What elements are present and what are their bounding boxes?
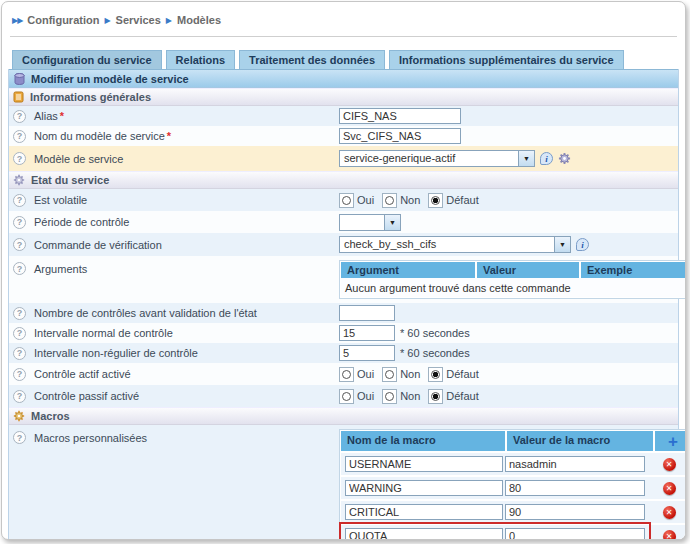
delete-macro-button[interactable]: ✕ <box>663 530 676 541</box>
help-icon[interactable]: ? <box>13 347 26 360</box>
breadcrumb-separator-icon: ▶ <box>166 16 172 25</box>
radio-non[interactable] <box>382 193 397 208</box>
retry-check-interval-input[interactable] <box>339 345 395 361</box>
info-icon[interactable]: i <box>540 152 553 165</box>
help-icon[interactable]: ? <box>13 216 26 229</box>
delete-macro-button[interactable]: ✕ <box>663 482 676 495</box>
check-command-select[interactable]: check_by_ssh_cifs ▼ <box>339 236 571 253</box>
macro-row-warning: ✕ <box>341 477 686 499</box>
radio-oui[interactable] <box>339 367 354 382</box>
macro-value-input[interactable] <box>505 480 645 496</box>
radio-defaut[interactable] <box>428 367 443 382</box>
macro-row-critical: ✕ <box>341 501 686 523</box>
arguments-table: Argument Valeur Exemple Aucun argument t… <box>339 260 686 299</box>
macro-name-input[interactable] <box>345 528 503 540</box>
radio-label-defaut: Défaut <box>446 368 478 380</box>
tab-informations-supplementaires[interactable]: Informations supplémentaires du service <box>389 50 624 69</box>
main-panel: ▶▶ Configuration ▶ Services ▶ Modèles Co… <box>1 1 686 540</box>
required-marker: * <box>60 110 64 122</box>
field-row-commande-verification: ? Commande de vérification check_by_ssh_… <box>9 233 678 256</box>
field-row-controle-passif: ? Contrôle passif activé Oui Non Défaut <box>9 385 678 407</box>
radio-label-non: Non <box>400 194 420 206</box>
field-row-periode-de-controle: ? Période de contrôle ▼ <box>9 211 678 233</box>
breadcrumb-item-configuration[interactable]: Configuration <box>27 14 99 26</box>
est-volatile-radio-group: Oui Non Défaut <box>339 193 484 208</box>
field-label: Est volatile <box>34 194 87 206</box>
gear-icon <box>13 174 25 186</box>
radio-label-oui: Oui <box>357 368 374 380</box>
radio-non[interactable] <box>382 389 397 404</box>
radio-label-defaut: Défaut <box>446 390 478 402</box>
radio-oui[interactable] <box>339 389 354 404</box>
field-label: Commande de vérification <box>34 239 162 251</box>
help-icon[interactable]: ? <box>13 307 26 320</box>
check-period-select[interactable]: ▼ <box>339 214 401 231</box>
help-icon[interactable]: ? <box>13 238 26 251</box>
controle-passif-radio-group: Oui Non Défaut <box>339 389 484 404</box>
macro-name-input[interactable] <box>345 456 503 472</box>
normal-check-interval-input[interactable] <box>339 325 395 341</box>
field-label: Nombre de contrôles avant validation de … <box>34 307 257 319</box>
section-informations-generales: Informations générales <box>9 88 678 106</box>
macro-row-username: ✕ <box>341 453 686 475</box>
info-icon[interactable]: i <box>576 238 589 251</box>
help-icon[interactable]: ? <box>13 130 26 143</box>
gear-icon[interactable] <box>558 152 571 165</box>
field-row-arguments: ? Arguments Argument Valeur Exemple Aucu… <box>9 256 678 303</box>
section-etat-du-service: Etat du service <box>9 171 678 189</box>
macro-name-input[interactable] <box>345 504 503 520</box>
field-label: Intervalle non-régulier de contrôle <box>34 347 198 359</box>
help-icon[interactable]: ? <box>13 194 26 207</box>
required-marker: * <box>167 130 171 142</box>
database-icon <box>14 73 25 85</box>
radio-non[interactable] <box>382 367 397 382</box>
radio-label-defaut: Défaut <box>446 194 478 206</box>
section-title: Macros <box>31 410 70 422</box>
max-check-attempts-input[interactable] <box>339 305 395 321</box>
delete-macro-button[interactable]: ✕ <box>663 506 676 519</box>
interval-suffix: * 60 secondes <box>400 327 470 339</box>
breadcrumb-item-services[interactable]: Services <box>116 14 161 26</box>
radio-label-non: Non <box>400 390 420 402</box>
field-label: Alias* <box>34 110 64 122</box>
section-macros: Macros <box>9 407 678 425</box>
form-title-bar: Modifier un modèle de service <box>9 69 678 88</box>
section-title: Informations générales <box>30 91 151 103</box>
field-row-intervalle-normal: ? Intervalle normal de contrôle * 60 sec… <box>9 323 678 343</box>
radio-defaut[interactable] <box>428 389 443 404</box>
macro-name-input[interactable] <box>345 480 503 496</box>
field-row-intervalle-non-regulier: ? Intervalle non-régulier de contrôle * … <box>9 343 678 363</box>
macros-col-name: Nom de la macro <box>341 431 505 451</box>
arguments-empty-message: Aucun argument trouvé dans cette command… <box>341 278 686 297</box>
service-template-name-input[interactable] <box>339 128 461 144</box>
radio-oui[interactable] <box>339 193 354 208</box>
help-icon[interactable]: ? <box>13 368 26 381</box>
breadcrumb-item-modeles[interactable]: Modèles <box>177 14 221 26</box>
delete-macro-button[interactable]: ✕ <box>663 458 676 471</box>
tab-traitement-des-donnees[interactable]: Traitement des données <box>239 50 385 69</box>
breadcrumb: ▶▶ Configuration ▶ Services ▶ Modèles <box>8 12 679 32</box>
help-icon[interactable]: ? <box>13 152 26 165</box>
divider <box>10 36 677 37</box>
macro-value-input[interactable] <box>505 456 645 472</box>
tab-configuration-du-service[interactable]: Configuration du service <box>12 50 162 69</box>
macro-value-input[interactable] <box>505 528 645 540</box>
help-icon[interactable]: ? <box>13 431 26 444</box>
alias-input[interactable] <box>339 108 461 124</box>
radio-defaut[interactable] <box>428 193 443 208</box>
chevron-down-icon[interactable]: ▼ <box>384 215 400 230</box>
chevron-down-icon[interactable]: ▼ <box>554 237 570 252</box>
help-icon[interactable]: ? <box>13 262 26 275</box>
tab-relations[interactable]: Relations <box>166 50 236 69</box>
add-macro-button[interactable]: + <box>668 433 678 450</box>
field-label: Intervalle normal de contrôle <box>34 327 173 339</box>
macro-value-input[interactable] <box>505 504 645 520</box>
service-template-select[interactable]: service-generique-actif ▼ <box>339 150 535 167</box>
field-label: Période de contrôle <box>34 216 129 228</box>
help-icon[interactable]: ? <box>13 110 26 123</box>
help-icon[interactable]: ? <box>13 327 26 340</box>
help-icon[interactable]: ? <box>13 390 26 403</box>
radio-label-oui: Oui <box>357 390 374 402</box>
chevron-down-icon[interactable]: ▼ <box>518 151 534 166</box>
gear-color-icon <box>13 410 25 422</box>
